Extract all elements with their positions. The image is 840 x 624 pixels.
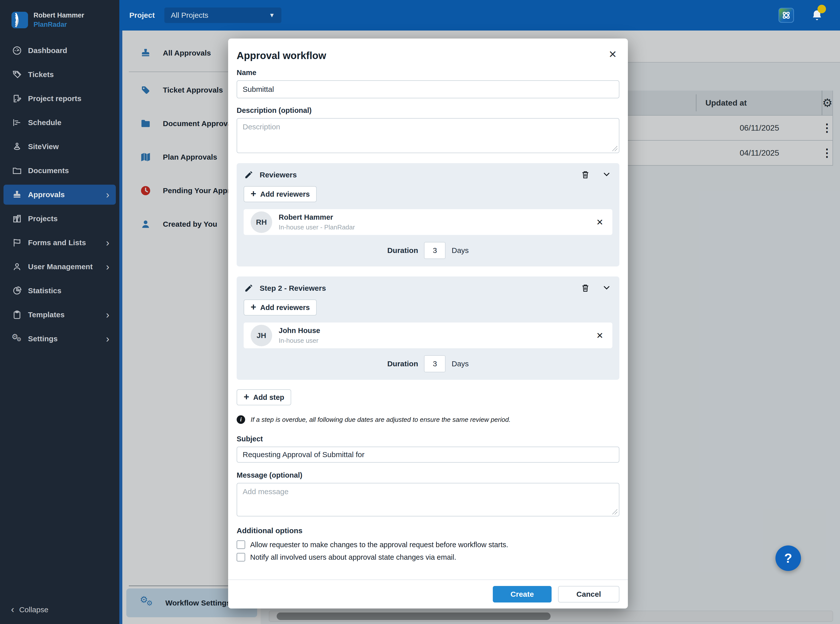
pencil-icon[interactable]	[244, 170, 254, 180]
person-icon	[11, 261, 23, 272]
chevron-right-icon: ›	[106, 190, 109, 200]
collapse-step-chevron-icon[interactable]	[602, 283, 612, 293]
sidebar-item-statistics[interactable]: Statistics	[3, 281, 116, 301]
app-screen: All Approvals Ticket Approvals Document …	[0, 0, 840, 624]
connect-app-icon[interactable]	[778, 8, 794, 23]
workflow-step-2: Step 2 - Reviewers + Add reviewers JH Jo…	[237, 276, 619, 380]
sidebar-item-projects[interactable]: Projects	[3, 209, 116, 229]
subject-input[interactable]	[237, 446, 619, 463]
checkbox[interactable]	[237, 553, 245, 561]
sidebar-item-templates[interactable]: Templates ›	[3, 305, 116, 325]
overdue-info-note: If a step is overdue, all following due …	[251, 416, 511, 423]
reviewer-subtitle: In-house user	[279, 337, 320, 344]
sidebar-item-settings[interactable]: ⚙⚙ Settings ›	[3, 329, 116, 349]
message-label: Message (optional)	[237, 471, 619, 479]
sidebar-item-dashboard[interactable]: Dashboard	[3, 40, 116, 60]
checkbox[interactable]	[237, 541, 245, 549]
additional-options-label: Additional options	[237, 527, 619, 535]
option-notify-users[interactable]: Notify all involved users about approval…	[237, 553, 619, 561]
pie-chart-icon	[11, 285, 23, 296]
plus-icon: +	[251, 189, 256, 198]
reviewer-subtitle: In-house user - PlanRadar	[279, 224, 355, 231]
chevron-right-icon: ›	[106, 334, 109, 344]
flag-icon	[11, 237, 23, 248]
main-sidebar: Robert Hammer PlanRadar Dashboard Ticket…	[0, 0, 119, 624]
duration-label: Duration	[387, 246, 418, 255]
help-button[interactable]: ?	[775, 545, 801, 571]
message-textarea[interactable]	[237, 483, 619, 516]
description-label: Description (optional)	[237, 107, 619, 114]
add-step-button[interactable]: + Add step	[237, 389, 291, 405]
step-title: Reviewers	[259, 171, 296, 179]
collapse-step-chevron-icon[interactable]	[602, 170, 612, 180]
duration-unit: Days	[451, 360, 468, 368]
pencil-icon[interactable]	[244, 283, 254, 293]
reviewer-name: John House	[279, 326, 320, 335]
clipboard-icon	[11, 309, 23, 320]
duration-label: Duration	[387, 360, 418, 368]
user-name: Robert Hammer	[34, 11, 84, 19]
gears-icon: ⚙⚙	[11, 333, 23, 344]
subject-label: Subject	[237, 435, 619, 443]
duration-input[interactable]	[424, 355, 446, 372]
description-textarea[interactable]	[237, 118, 619, 153]
name-input[interactable]	[237, 80, 619, 98]
add-reviewers-button[interactable]: + Add reviewers	[244, 300, 317, 315]
remove-reviewer-icon[interactable]: ✕	[594, 216, 605, 228]
add-reviewers-button[interactable]: + Add reviewers	[244, 186, 317, 202]
cancel-button[interactable]: Cancel	[558, 586, 619, 602]
delete-step-icon[interactable]	[581, 170, 591, 180]
resize-grip-icon[interactable]	[612, 146, 618, 151]
report-icon	[11, 93, 23, 104]
planradar-logo	[11, 12, 28, 28]
chevron-right-icon: ›	[106, 262, 109, 272]
folder-icon	[11, 165, 23, 176]
company-name: PlanRadar	[34, 21, 84, 29]
project-selector-value: All Projects	[171, 11, 208, 20]
sidebar-item-siteview[interactable]: SiteView	[3, 137, 116, 157]
buildings-icon	[11, 213, 23, 224]
step-title: Step 2 - Reviewers	[259, 284, 326, 292]
chevron-left-icon: ‹	[11, 604, 14, 615]
chevron-right-icon: ›	[106, 238, 109, 248]
remove-reviewer-icon[interactable]: ✕	[594, 329, 605, 341]
notifications-button[interactable]	[811, 8, 823, 22]
workflow-step-1: Reviewers + Add reviewers RH Robert Hamm…	[237, 163, 619, 266]
reviewer-name: Robert Hammer	[279, 213, 355, 221]
plus-icon: +	[244, 392, 249, 402]
person-pin-icon	[11, 141, 23, 152]
sidebar-accent-strip	[119, 31, 122, 624]
sidebar-item-project-reports[interactable]: Project reports	[3, 88, 116, 108]
chevron-right-icon: ›	[106, 310, 109, 320]
collapse-sidebar-button[interactable]: ‹ Collapse	[0, 604, 119, 624]
sidebar-item-tickets[interactable]: Tickets	[3, 65, 116, 85]
chevron-down-icon: ▼	[269, 12, 275, 19]
resize-grip-icon[interactable]	[612, 510, 618, 514]
gauge-icon	[11, 45, 23, 56]
sidebar-item-schedule[interactable]: Schedule	[3, 113, 116, 133]
reviewer-card: RH Robert Hammer In-house user - PlanRad…	[244, 209, 612, 235]
option-allow-requester-changes[interactable]: Allow requester to make changes to the a…	[237, 541, 619, 549]
collapse-label: Collapse	[19, 605, 48, 614]
top-bar: Project All Projects ▼	[119, 0, 840, 31]
account-block[interactable]: Robert Hammer PlanRadar	[0, 0, 119, 32]
notification-badge	[817, 5, 826, 13]
close-icon[interactable]: ✕	[606, 47, 619, 62]
sidebar-item-documents[interactable]: Documents	[3, 161, 116, 181]
sidebar-item-approvals[interactable]: Approvals ›	[3, 185, 116, 205]
stamp-icon	[11, 189, 23, 200]
main-nav: Dashboard Tickets Project reports Schedu…	[0, 32, 119, 349]
delete-step-icon[interactable]	[581, 283, 591, 293]
sidebar-item-forms-and-lists[interactable]: Forms and Lists ›	[3, 233, 116, 253]
project-selector[interactable]: All Projects ▼	[164, 8, 281, 23]
gantt-icon	[11, 117, 23, 128]
reviewer-card: JH John House In-house user ✕	[244, 323, 612, 348]
duration-input[interactable]	[424, 242, 446, 259]
project-label: Project	[129, 11, 155, 20]
sidebar-item-user-management[interactable]: User Management ›	[3, 257, 116, 277]
create-button[interactable]: Create	[493, 586, 551, 602]
modal-title: Approval workflow	[237, 47, 326, 61]
name-label: Name	[237, 68, 619, 77]
duration-unit: Days	[451, 246, 468, 255]
tag-icon	[11, 69, 23, 80]
